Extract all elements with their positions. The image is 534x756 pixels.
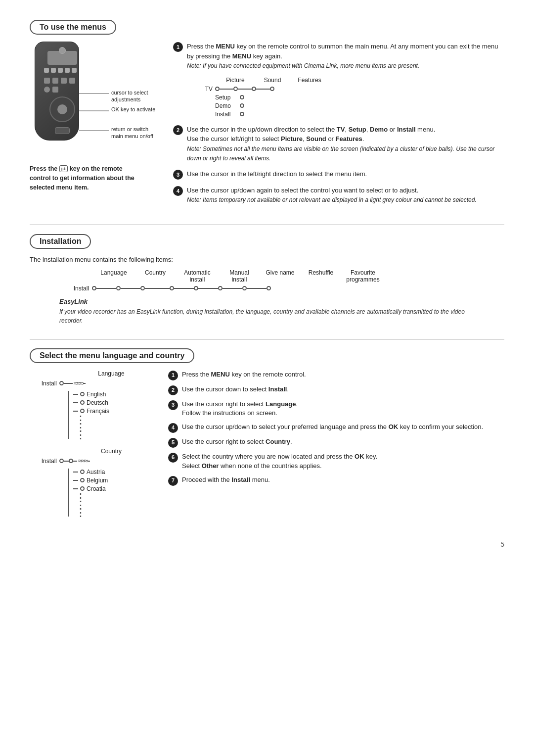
lang-label-francais: Français: [87, 408, 109, 415]
s3-step3-num: 3: [168, 400, 178, 410]
language-diagram: Language Install ≈≈≈: [30, 370, 158, 439]
country-item-austria: Austria: [73, 469, 108, 475]
lang-dot-deutsch: [80, 400, 85, 405]
install-line7: [247, 288, 267, 289]
divider1: [30, 225, 504, 225]
lang-label-deutsch: Deutsch: [87, 399, 108, 406]
install-dot4: [194, 286, 198, 290]
menu-diagram: Picture Sound Features TV: [188, 77, 504, 118]
install-col-manual: Manualinstall: [220, 269, 259, 283]
section2: Installation The installation menu conta…: [30, 234, 504, 325]
col-picture: Picture: [216, 77, 255, 84]
cursor-annotation: cursor to select adjustments: [111, 89, 158, 103]
easylink-box: EasyLink If your video recorder has an E…: [59, 298, 475, 325]
s3-step2-text: Use the cursor down to select Install.: [182, 385, 289, 394]
s3-step7-num: 7: [168, 476, 178, 486]
country-branches: Austria Belgium Croatia: [68, 469, 108, 517]
country-branch-belgium: [73, 480, 78, 481]
s3-step5-text: Use the cursor right to select Country.: [182, 437, 292, 447]
install-line3: [145, 288, 170, 289]
install-line1: [96, 288, 116, 289]
easylink-text: If your video recorder has an EasyLink f…: [59, 307, 475, 325]
step4-text: Use the cursor up/down again to select t…: [187, 186, 504, 205]
menu-tv-row: TV: [188, 86, 504, 93]
menu-line2: [238, 89, 252, 90]
lang-label-english: English: [87, 391, 106, 398]
country-line2: [73, 461, 77, 462]
lang-branch-deutsch: [73, 402, 78, 403]
lang-line-post: [83, 383, 86, 384]
return-annotation: return or switch main menu on/off: [111, 126, 158, 140]
country-scroll-indicator: ⋮⋮⋮: [75, 494, 108, 517]
country-line-post: [88, 461, 90, 462]
lang-install-dot: [59, 381, 64, 385]
s3-step7: 7 Proceed with the Install menu.: [168, 475, 504, 486]
install-line4: [174, 288, 194, 289]
s3-step4: 4 Use the cursor up/down to select your …: [168, 423, 504, 433]
country-title: Country: [64, 448, 158, 455]
s3-step6-text: Select the country where you are now loc…: [182, 452, 377, 471]
lang-vert-line: [68, 391, 69, 439]
menu-install-dot: [240, 112, 244, 116]
page-number: 5: [30, 540, 504, 548]
install-main-row: Install: [59, 285, 504, 292]
lang-items: English Deutsch Français: [73, 391, 109, 439]
menu-picture-dot: [233, 87, 238, 91]
s3-step5-num: 5: [168, 438, 178, 448]
language-title: Language: [64, 370, 158, 377]
s3-step2-num: 2: [168, 385, 178, 395]
menu-line1: [220, 89, 233, 90]
step1-text: Press the MENU key on the remote control…: [187, 42, 504, 71]
menu-line3: [256, 89, 270, 90]
s3-step1-num: 1: [168, 371, 178, 380]
menu-tv-label: TV: [188, 86, 213, 93]
step3-num: 3: [173, 170, 183, 180]
country-squiggle: ≈≈≈: [78, 457, 87, 466]
lang-dot-english: [80, 392, 85, 396]
country-vert-line: [68, 469, 69, 517]
country-dot-croatia: [80, 486, 85, 491]
step3: 3 Use the cursor in the left/right direc…: [173, 169, 504, 180]
country-label-belgium: Belgium: [87, 477, 108, 484]
s3-step6: 6 Select the country where you are now l…: [168, 452, 504, 471]
install-col-language: Language: [92, 269, 135, 283]
step1: 1 Press the MENU key on the remote contr…: [173, 42, 504, 71]
s3-step1-text: Press the MENU key on the remote control…: [182, 370, 306, 379]
install-row-label: Install: [59, 285, 89, 292]
col-features: Features: [290, 77, 329, 84]
menu-demo-label: Demo: [215, 102, 240, 109]
install-col-country: Country: [135, 269, 175, 283]
lang-install-label: Install: [30, 380, 57, 387]
menu-setup-row: Setup: [215, 94, 504, 101]
country-dot-belgium: [80, 478, 85, 482]
country-mid-dot: [69, 459, 73, 463]
section3: Select the menu language and country Lan…: [30, 348, 504, 525]
install-dot3: [170, 286, 174, 290]
install-col-auto: Automaticinstall: [175, 269, 220, 283]
menu-side-rows: Setup Demo Install: [215, 94, 504, 118]
section1-left: cursor to select adjustments OK key to a…: [30, 42, 158, 211]
menu-sound-dot: [252, 87, 256, 91]
install-diagram: Language Country Automaticinstall Manual…: [59, 269, 504, 292]
install-line2: [121, 288, 140, 289]
section3-right: 1 Press the MENU key on the remote contr…: [168, 370, 504, 525]
step4: 4 Use the cursor up/down again to select…: [173, 186, 504, 205]
country-tree-body: Austria Belgium Croatia: [30, 469, 158, 517]
s3-step7-text: Proceed with the Install menu.: [182, 475, 270, 485]
s3-step3: 3 Use the cursor right to select Languag…: [168, 400, 504, 419]
s3-step2: 2 Use the cursor down to select Install.: [168, 385, 504, 395]
install-dot1: [116, 286, 121, 290]
lang-branch-english: [73, 394, 78, 395]
install-col-reshuffle: Reshuffle: [301, 269, 341, 283]
menu-install-row: Install: [215, 111, 504, 118]
country-label-austria: Austria: [87, 469, 105, 475]
install-intro: The installation menu contains the follo…: [30, 256, 504, 263]
lang-item-deutsch: Deutsch: [73, 399, 109, 406]
divider2: [30, 339, 504, 339]
country-items: Austria Belgium Croatia: [73, 469, 108, 517]
s3-step4-text: Use the cursor up/down to select your pr…: [182, 423, 483, 432]
lang-dot-francais: [80, 409, 85, 413]
remote-annotation-area: cursor to select adjustments OK key to a…: [30, 42, 158, 160]
menu-install-label: Install: [215, 111, 240, 118]
lang-branch-francais: [73, 411, 78, 412]
